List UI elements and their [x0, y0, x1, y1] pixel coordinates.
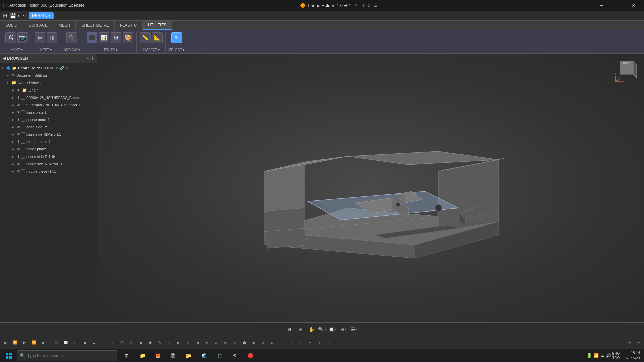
tab-plastic[interactable]: PLASTIC [115, 21, 143, 30]
sel-icon-9[interactable]: ⬡ [127, 338, 136, 347]
comp6-checkbox[interactable] [21, 132, 25, 136]
nest-icon-2[interactable]: ▥ [47, 32, 57, 43]
sel-icon-2[interactable]: ⬜ [61, 338, 70, 347]
comp6-eye-icon[interactable]: 👁 [17, 132, 20, 136]
browser-collapse-icon[interactable]: ◀ [3, 56, 6, 61]
undo-icon[interactable]: ↩ [18, 13, 22, 18]
root-settings-icon[interactable]: ⚙ [56, 66, 59, 70]
tab-utilities[interactable]: UTILITIES [143, 21, 172, 30]
utility-icon-3[interactable]: ⊞ [111, 32, 121, 43]
sel-icon-10[interactable]: ⬢ [137, 338, 145, 347]
comp2-checkbox[interactable] [21, 103, 25, 107]
root-refresh-icon[interactable]: ↻ [65, 66, 68, 70]
volume-icon[interactable]: 🔊 [606, 353, 611, 358]
tree-comp-8[interactable]: ▶ 👁 upper plate:1 [0, 145, 97, 153]
refresh-btn[interactable]: ↻ [367, 3, 371, 8]
taskbar-app-5[interactable]: 📂 [181, 349, 196, 362]
tree-comp-2[interactable]: ▶ 👁 90592A085_NO THREADS_Steel H... [0, 101, 97, 109]
design-mode-button[interactable]: DESIGN ▾ [29, 12, 54, 19]
comp8-checkbox[interactable] [21, 147, 25, 151]
zoom-icon[interactable]: 🔍▾ [317, 325, 327, 334]
sel-icon-23[interactable]: ◈ [259, 338, 267, 347]
taskbar-app-9[interactable]: 🔴 [243, 349, 258, 362]
utility-icon-2[interactable]: 📊 [99, 32, 109, 43]
select-label[interactable]: SELECT ▾ [169, 48, 185, 52]
taskbar-app-2[interactable]: 📁 [135, 349, 150, 362]
close-file-btn[interactable]: ✕ [354, 3, 357, 8]
sel-zoom-in-icon[interactable]: ➖ [634, 338, 643, 347]
new-tab-btn[interactable]: + [362, 2, 365, 8]
comp1-checkbox[interactable] [21, 96, 25, 100]
sel-icon-7[interactable]: ○ [108, 338, 117, 347]
sel-icon-27[interactable]: ▫ [296, 338, 305, 347]
sel-icon-11[interactable]: ⬟ [146, 338, 155, 347]
browser-more-icon[interactable]: ⋮ [90, 56, 94, 61]
sel-icon-18[interactable]: ⊖ [212, 338, 220, 347]
nest-icon-1[interactable]: ▤ [35, 32, 45, 43]
utility-icon-1[interactable]: ⬛ [87, 32, 97, 43]
comp3-eye-icon[interactable]: 👁 [17, 110, 20, 114]
make-icon-1[interactable]: 🖨 [5, 32, 16, 43]
sel-icon-16[interactable]: ◀ [193, 338, 202, 347]
tree-comp-10[interactable]: ▶ 👁 upper side R(Mirror):1 [0, 160, 97, 168]
comp10-eye-icon[interactable]: 👁 [17, 162, 20, 166]
comp9-checkbox[interactable] [21, 155, 25, 159]
sel-icon-3[interactable]: ◻ [71, 338, 79, 347]
tree-origin[interactable]: ▶ 👁 📁 Origin [0, 86, 97, 94]
sel-icon-20[interactable]: ⊘ [230, 338, 239, 347]
save-icon[interactable]: 💾 [10, 12, 16, 19]
pan-icon[interactable]: ✋ [307, 325, 316, 334]
viewcube[interactable]: BACK Z X [613, 58, 640, 84]
tree-comp-4[interactable]: ▶ 👁 phone mock:1 [0, 116, 97, 123]
comp4-eye-icon[interactable]: 👁 [17, 118, 20, 122]
cloud-btn[interactable]: ☁ [373, 3, 378, 8]
sel-icon-21[interactable]: ⬤ [240, 338, 249, 347]
sel-icon-26[interactable]: ▪ [287, 338, 296, 347]
display-icon[interactable]: 🔲▾ [328, 325, 337, 334]
start-button[interactable] [1, 349, 16, 362]
utility-label[interactable]: UTILITY ▾ [102, 48, 117, 52]
comp5-eye-icon[interactable]: 👁 [17, 125, 20, 129]
sel-icon-6[interactable]: △ [99, 338, 108, 347]
taskbar-app-7[interactable]: 🎵 [212, 349, 227, 362]
nest-label[interactable]: NEST ▾ [40, 48, 52, 52]
sel-icon-28[interactable]: ◊ [306, 338, 314, 347]
tray-clock[interactable]: 18:14 12-Feb-23 [623, 350, 640, 361]
tab-surface[interactable]: SURFACE [23, 21, 53, 30]
browser-add-icon[interactable]: + [87, 56, 89, 61]
inspect-icon-1[interactable]: 📏 [140, 32, 151, 43]
comp7-checkbox[interactable] [21, 140, 25, 144]
inspect-label[interactable]: INSPECT ▾ [143, 48, 160, 52]
fit-view-icon[interactable]: ⊞ [296, 325, 305, 334]
origin-eye-icon[interactable]: 👁 [17, 88, 21, 93]
addins-label[interactable]: ADD-INS ▾ [64, 48, 80, 52]
make-icon-2[interactable]: 📷 [17, 32, 28, 43]
taskbar-app-1[interactable]: ⊞ [119, 349, 134, 362]
sel-icon-12[interactable]: ⬠ [155, 338, 164, 347]
sel-icon-14[interactable]: ▶ [174, 338, 183, 347]
taskbar-app-3[interactable]: 🦊 [150, 349, 165, 362]
tree-comp-11[interactable]: ▶ 👁 middle piece (1):1 [0, 168, 97, 175]
taskbar-app-4[interactable]: 📓 [166, 349, 180, 362]
tree-comp-3[interactable]: ▶ 👁 base plate:1 [0, 109, 97, 116]
sel-icon-19[interactable]: ⊗ [221, 338, 230, 347]
battery-icon[interactable]: 🔋 [587, 353, 592, 358]
close-button[interactable]: ✕ [626, 0, 641, 11]
nav-last-icon[interactable]: ⏭ [39, 338, 48, 347]
nav-play-icon[interactable]: ▶ [20, 338, 29, 347]
sel-icon-29[interactable]: ⬦ [315, 338, 324, 347]
redo-icon[interactable]: ↪ [23, 13, 27, 18]
addins-icon-1[interactable]: 🔌 [66, 32, 77, 43]
comp7-eye-icon[interactable]: 👁 [17, 140, 20, 144]
nav-prev-icon[interactable]: ⏪ [11, 338, 19, 347]
comp3-checkbox[interactable] [21, 110, 25, 114]
tree-comp-1[interactable]: ▶ 👁 92000A128_NO THREADS_Passiv... [0, 94, 97, 101]
comp1-eye-icon[interactable]: 👁 [17, 96, 20, 100]
make-label[interactable]: MAKE ▾ [11, 48, 23, 52]
sel-icon-13[interactable]: ▷ [165, 338, 173, 347]
taskbar-app-6[interactable]: 🌊 [197, 349, 211, 362]
sel-icon-15[interactable]: ◁ [183, 338, 192, 347]
comp10-checkbox[interactable] [21, 162, 25, 166]
sel-icon-1[interactable]: ⬛ [52, 338, 61, 347]
comp5-checkbox[interactable] [21, 125, 25, 129]
